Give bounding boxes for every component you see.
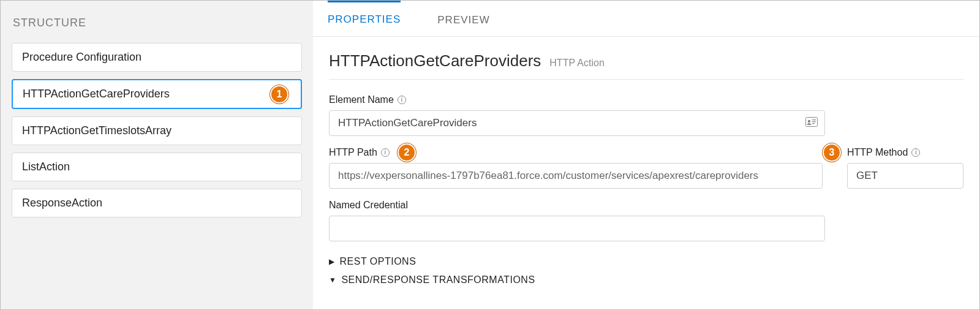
triangle-right-icon: ▶ [329,257,335,266]
svg-rect-3 [812,121,816,122]
label-text: Element Name [329,94,394,105]
properties-body: HTTPActionGetCareProviders HTTP Action E… [313,37,979,289]
named-credential-input[interactable] [329,216,825,241]
named-credential-label: Named Credential [329,200,963,211]
app-frame: STRUCTURE Procedure Configuration HTTPAc… [0,0,980,310]
element-name-input-wrap [329,110,825,136]
structure-item-label: ListAction [22,161,70,173]
triangle-down-icon: ▼ [329,276,336,284]
element-name-input[interactable] [329,110,825,136]
label-text: HTTP Path [329,147,377,158]
http-path-label: HTTP Path i 2 [329,147,823,158]
structure-panel: STRUCTURE Procedure Configuration HTTPAc… [1,1,313,309]
element-name-label: Element Name i [329,94,963,105]
http-path-input-wrap [329,163,823,189]
http-method-input[interactable] [847,163,963,189]
tab-properties[interactable]: PROPERTIES [328,0,401,36]
structure-list: Procedure Configuration HTTPActionGetCar… [12,43,302,217]
path-method-row: HTTP Path i 2 3 HTTP Method i [329,147,963,200]
svg-rect-4 [812,123,815,124]
properties-title-row: HTTPActionGetCareProviders HTTP Action [329,51,963,80]
svg-rect-2 [812,119,816,120]
label-text: HTTP Method [847,147,908,158]
callout-badge-2: 2 [398,143,416,162]
info-icon[interactable]: i [381,148,390,157]
info-icon[interactable]: i [911,148,920,157]
structure-item-response-action[interactable]: ResponseAction [12,189,302,217]
structure-item-procedure-config[interactable]: Procedure Configuration [12,43,302,72]
section-label: REST OPTIONS [340,256,417,267]
tab-preview[interactable]: PREVIEW [437,1,489,36]
properties-subtitle: HTTP Action [549,58,605,69]
http-method-input-wrap [847,163,963,189]
callout-badge-1: 1 [270,85,288,104]
info-icon[interactable]: i [398,96,406,104]
structure-item-http-get-care-providers[interactable]: HTTPActionGetCareProviders 1 [12,79,302,109]
structure-item-list-action[interactable]: ListAction [12,153,302,181]
callout-badge-3: 3 [823,143,841,162]
structure-item-http-get-timeslots[interactable]: HTTPActionGetTimeslotsArray [12,116,302,145]
properties-panel: PROPERTIES PREVIEW HTTPActionGetCareProv… [313,1,979,309]
structure-item-label: Procedure Configuration [22,51,141,63]
structure-item-label: HTTPActionGetTimeslotsArray [22,124,172,137]
properties-title: HTTPActionGetCareProviders [329,51,541,70]
http-path-input[interactable] [329,163,823,189]
http-path-col: HTTP Path i 2 [329,147,823,200]
structure-title: STRUCTURE [13,17,302,29]
tabs: PROPERTIES PREVIEW [313,1,979,37]
named-credential-input-wrap [329,216,825,241]
label-text: Named Credential [329,200,408,211]
id-card-icon [805,117,818,129]
section-rest-options[interactable]: ▶ REST OPTIONS [329,252,963,271]
http-method-col: 3 HTTP Method i [847,147,963,200]
section-label: SEND/RESPONSE TRANSFORMATIONS [341,274,535,285]
structure-item-label: HTTPActionGetCareProviders [23,88,170,100]
http-method-label: 3 HTTP Method i [847,147,963,158]
section-send-response[interactable]: ▼ SEND/RESPONSE TRANSFORMATIONS [329,271,963,289]
svg-point-1 [808,120,810,123]
structure-item-label: ResponseAction [22,197,102,209]
